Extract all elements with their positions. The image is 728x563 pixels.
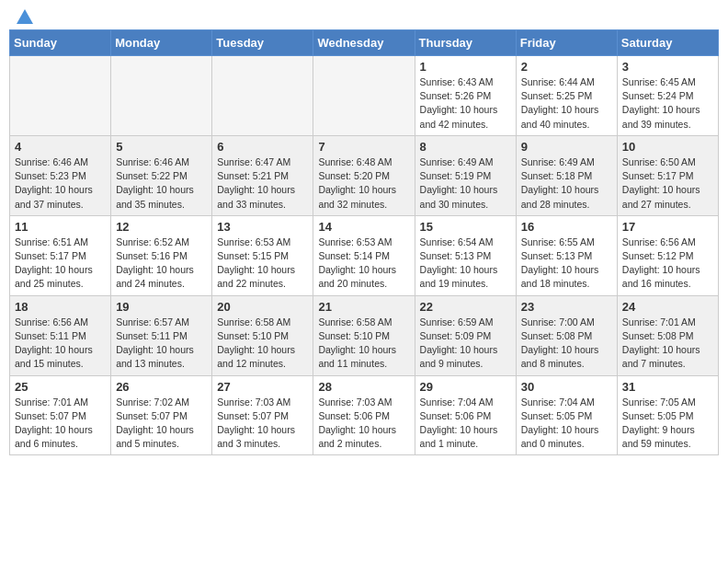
day-info: Sunrise: 6:49 AM Sunset: 5:18 PM Dayligh… <box>521 155 612 212</box>
calendar-week-row: 1Sunrise: 6:43 AM Sunset: 5:26 PM Daylig… <box>10 56 719 136</box>
weekday-header-saturday: Saturday <box>617 30 718 56</box>
calendar-day-cell <box>111 56 212 136</box>
calendar-day-cell: 23Sunrise: 7:00 AM Sunset: 5:08 PM Dayli… <box>516 295 617 375</box>
logo <box>13 9 35 24</box>
weekday-header-monday: Monday <box>111 30 212 56</box>
weekday-header-thursday: Thursday <box>415 30 516 56</box>
calendar-day-cell: 22Sunrise: 6:59 AM Sunset: 5:09 PM Dayli… <box>415 295 516 375</box>
day-info: Sunrise: 7:04 AM Sunset: 5:05 PM Dayligh… <box>521 396 612 452</box>
calendar-day-cell: 8Sunrise: 6:49 AM Sunset: 5:19 PM Daylig… <box>415 135 516 215</box>
calendar-day-cell <box>212 56 313 136</box>
weekday-header-wednesday: Wednesday <box>313 30 415 56</box>
calendar-day-cell: 26Sunrise: 7:02 AM Sunset: 5:07 PM Dayli… <box>111 375 212 455</box>
calendar-day-cell: 19Sunrise: 6:57 AM Sunset: 5:11 PM Dayli… <box>111 295 212 375</box>
day-info: Sunrise: 6:54 AM Sunset: 5:13 PM Dayligh… <box>420 236 511 292</box>
calendar-day-cell: 13Sunrise: 6:53 AM Sunset: 5:15 PM Dayli… <box>212 215 313 295</box>
day-info: Sunrise: 7:05 AM Sunset: 5:05 PM Dayligh… <box>622 396 713 452</box>
day-number: 26 <box>116 380 207 394</box>
calendar-day-cell: 12Sunrise: 6:52 AM Sunset: 5:16 PM Dayli… <box>111 215 212 295</box>
calendar-day-cell: 2Sunrise: 6:44 AM Sunset: 5:25 PM Daylig… <box>516 56 617 136</box>
day-number: 23 <box>521 300 612 314</box>
day-number: 22 <box>420 300 511 314</box>
day-number: 15 <box>420 220 511 234</box>
calendar-day-cell: 28Sunrise: 7:03 AM Sunset: 5:06 PM Dayli… <box>313 375 415 455</box>
calendar-day-cell: 4Sunrise: 6:46 AM Sunset: 5:23 PM Daylig… <box>10 135 111 215</box>
day-info: Sunrise: 6:57 AM Sunset: 5:11 PM Dayligh… <box>116 316 207 372</box>
day-info: Sunrise: 6:52 AM Sunset: 5:16 PM Dayligh… <box>116 236 207 292</box>
day-number: 11 <box>15 220 106 234</box>
calendar-day-cell <box>313 56 415 136</box>
day-number: 28 <box>318 380 409 394</box>
calendar-day-cell: 5Sunrise: 6:46 AM Sunset: 5:22 PM Daylig… <box>111 135 212 215</box>
day-info: Sunrise: 6:56 AM Sunset: 5:11 PM Dayligh… <box>15 316 106 372</box>
day-info: Sunrise: 7:01 AM Sunset: 5:07 PM Dayligh… <box>15 396 106 452</box>
day-info: Sunrise: 6:45 AM Sunset: 5:24 PM Dayligh… <box>622 75 713 132</box>
calendar-day-cell: 10Sunrise: 6:50 AM Sunset: 5:17 PM Dayli… <box>617 135 718 215</box>
page-header <box>9 9 719 24</box>
day-info: Sunrise: 7:01 AM Sunset: 5:08 PM Dayligh… <box>622 316 713 372</box>
day-info: Sunrise: 6:46 AM Sunset: 5:22 PM Dayligh… <box>116 155 207 212</box>
day-number: 1 <box>420 60 511 74</box>
day-info: Sunrise: 6:53 AM Sunset: 5:15 PM Dayligh… <box>217 236 308 292</box>
day-number: 5 <box>116 140 207 154</box>
calendar-day-cell: 30Sunrise: 7:04 AM Sunset: 5:05 PM Dayli… <box>516 375 617 455</box>
calendar-table: SundayMondayTuesdayWednesdayThursdayFrid… <box>9 29 719 455</box>
day-number: 4 <box>15 140 106 154</box>
day-info: Sunrise: 6:56 AM Sunset: 5:12 PM Dayligh… <box>622 236 713 292</box>
calendar-day-cell: 6Sunrise: 6:47 AM Sunset: 5:21 PM Daylig… <box>212 135 313 215</box>
day-info: Sunrise: 7:04 AM Sunset: 5:06 PM Dayligh… <box>420 396 511 452</box>
day-info: Sunrise: 6:58 AM Sunset: 5:10 PM Dayligh… <box>318 316 409 372</box>
day-info: Sunrise: 6:47 AM Sunset: 5:21 PM Dayligh… <box>217 155 308 212</box>
day-number: 25 <box>15 380 106 394</box>
calendar-day-cell: 18Sunrise: 6:56 AM Sunset: 5:11 PM Dayli… <box>10 295 111 375</box>
day-number: 27 <box>217 380 308 394</box>
day-number: 21 <box>318 300 409 314</box>
calendar-day-cell <box>10 56 111 136</box>
calendar-day-cell: 25Sunrise: 7:01 AM Sunset: 5:07 PM Dayli… <box>10 375 111 455</box>
calendar-week-row: 11Sunrise: 6:51 AM Sunset: 5:17 PM Dayli… <box>10 215 719 295</box>
day-info: Sunrise: 6:46 AM Sunset: 5:23 PM Dayligh… <box>15 155 106 212</box>
calendar-day-cell: 27Sunrise: 7:03 AM Sunset: 5:07 PM Dayli… <box>212 375 313 455</box>
day-number: 8 <box>420 140 511 154</box>
day-number: 20 <box>217 300 308 314</box>
calendar-day-cell: 29Sunrise: 7:04 AM Sunset: 5:06 PM Dayli… <box>415 375 516 455</box>
day-number: 6 <box>217 140 308 154</box>
calendar-day-cell: 14Sunrise: 6:53 AM Sunset: 5:14 PM Dayli… <box>313 215 415 295</box>
weekday-header-sunday: Sunday <box>10 30 111 56</box>
calendar-day-cell: 15Sunrise: 6:54 AM Sunset: 5:13 PM Dayli… <box>415 215 516 295</box>
day-number: 24 <box>622 300 713 314</box>
day-info: Sunrise: 6:51 AM Sunset: 5:17 PM Dayligh… <box>15 236 106 292</box>
day-info: Sunrise: 7:02 AM Sunset: 5:07 PM Dayligh… <box>116 396 207 452</box>
day-info: Sunrise: 6:55 AM Sunset: 5:13 PM Dayligh… <box>521 236 612 292</box>
calendar-day-cell: 17Sunrise: 6:56 AM Sunset: 5:12 PM Dayli… <box>617 215 718 295</box>
calendar-day-cell: 7Sunrise: 6:48 AM Sunset: 5:20 PM Daylig… <box>313 135 415 215</box>
calendar-day-cell: 31Sunrise: 7:05 AM Sunset: 5:05 PM Dayli… <box>617 375 718 455</box>
calendar-day-cell: 24Sunrise: 7:01 AM Sunset: 5:08 PM Dayli… <box>617 295 718 375</box>
calendar-week-row: 4Sunrise: 6:46 AM Sunset: 5:23 PM Daylig… <box>10 135 719 215</box>
day-info: Sunrise: 6:58 AM Sunset: 5:10 PM Dayligh… <box>217 316 308 372</box>
day-number: 14 <box>318 220 409 234</box>
logo-icon <box>15 7 35 28</box>
calendar-day-cell: 11Sunrise: 6:51 AM Sunset: 5:17 PM Dayli… <box>10 215 111 295</box>
day-info: Sunrise: 6:49 AM Sunset: 5:19 PM Dayligh… <box>420 155 511 212</box>
day-info: Sunrise: 7:03 AM Sunset: 5:06 PM Dayligh… <box>318 396 409 452</box>
calendar-day-cell: 20Sunrise: 6:58 AM Sunset: 5:10 PM Dayli… <box>212 295 313 375</box>
calendar-week-row: 25Sunrise: 7:01 AM Sunset: 5:07 PM Dayli… <box>10 375 719 455</box>
day-number: 2 <box>521 60 612 74</box>
day-info: Sunrise: 6:59 AM Sunset: 5:09 PM Dayligh… <box>420 316 511 372</box>
day-number: 9 <box>521 140 612 154</box>
calendar-day-cell: 21Sunrise: 6:58 AM Sunset: 5:10 PM Dayli… <box>313 295 415 375</box>
day-number: 13 <box>217 220 308 234</box>
day-info: Sunrise: 7:00 AM Sunset: 5:08 PM Dayligh… <box>521 316 612 372</box>
day-number: 7 <box>318 140 409 154</box>
day-number: 12 <box>116 220 207 234</box>
weekday-header-tuesday: Tuesday <box>212 30 313 56</box>
weekday-header-row: SundayMondayTuesdayWednesdayThursdayFrid… <box>10 30 719 56</box>
calendar-day-cell: 9Sunrise: 6:49 AM Sunset: 5:18 PM Daylig… <box>516 135 617 215</box>
calendar-day-cell: 16Sunrise: 6:55 AM Sunset: 5:13 PM Dayli… <box>516 215 617 295</box>
day-number: 29 <box>420 380 511 394</box>
day-number: 18 <box>15 300 106 314</box>
day-info: Sunrise: 6:44 AM Sunset: 5:25 PM Dayligh… <box>521 75 612 132</box>
calendar-week-row: 18Sunrise: 6:56 AM Sunset: 5:11 PM Dayli… <box>10 295 719 375</box>
day-number: 17 <box>622 220 713 234</box>
